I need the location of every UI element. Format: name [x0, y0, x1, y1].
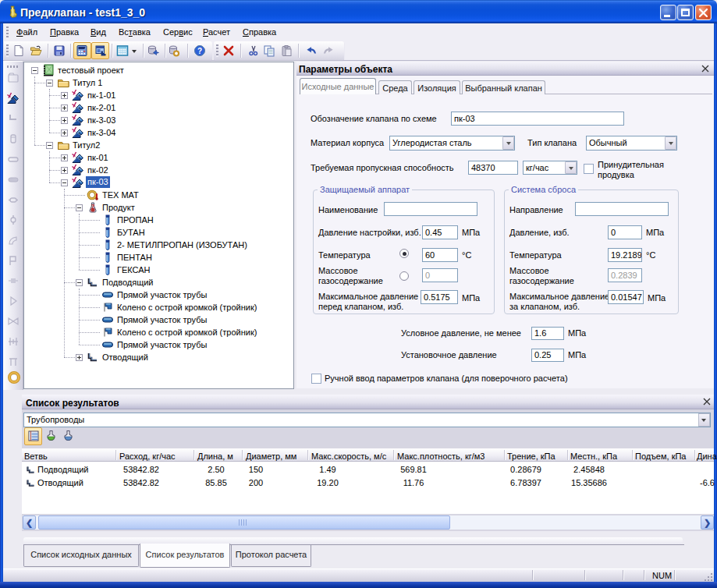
- svg-text:?: ?: [91, 203, 95, 210]
- svg-text:?: ?: [197, 47, 202, 55]
